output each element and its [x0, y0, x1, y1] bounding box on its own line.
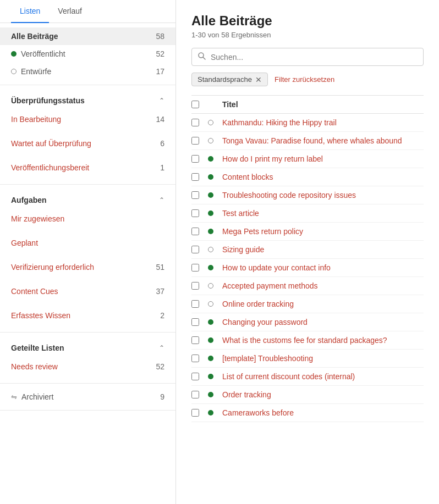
- filter-bar: Standardsprache ✕ Filter zurücksetzen: [191, 73, 424, 86]
- filter-erfasstes-wissen[interactable]: Erfasstes Wissen 2: [11, 303, 164, 328]
- verifizierung-label: Verifizierung erforderlich: [11, 259, 94, 275]
- filter-needs-review[interactable]: Needs review 52: [11, 355, 164, 379]
- filter-tag-standardsprache[interactable]: Standardsprache ✕: [191, 73, 268, 86]
- article-title-link[interactable]: Tonga Vavau: Paradise found, where whale…: [222, 136, 424, 145]
- aufgaben-heading[interactable]: Aufgaben ⌃: [11, 189, 164, 207]
- erfasstes-wissen-count: 2: [160, 311, 164, 320]
- uberpruefungsstatus-label: Überprüfungsstatus: [11, 96, 85, 105]
- status-dot-empty: [208, 301, 213, 307]
- alle-beitraege-count: 58: [156, 32, 164, 41]
- row-checkbox[interactable]: [191, 300, 199, 308]
- in-bearbeitung-count: 14: [156, 115, 164, 124]
- article-title-link[interactable]: List of current discount codes (internal…: [222, 372, 424, 381]
- entwarfe-label: Entwürfe: [11, 67, 51, 76]
- tab-listen[interactable]: Listen: [11, 0, 49, 23]
- row-status-col: [208, 247, 219, 252]
- row-checkbox[interactable]: [191, 155, 199, 163]
- article-title-link[interactable]: [template] Troubleshooting: [222, 354, 424, 363]
- status-dot-filled: [208, 356, 213, 361]
- row-check-col: [191, 409, 208, 417]
- table-row: Test article: [191, 204, 424, 223]
- article-title-link[interactable]: What is the customs fee for standard pac…: [222, 336, 424, 345]
- article-title-link[interactable]: Online order tracking: [222, 300, 424, 308]
- select-all-checkbox[interactable]: [191, 101, 199, 108]
- row-check-col: [191, 209, 208, 217]
- article-title-link[interactable]: Cameraworks before: [222, 408, 424, 417]
- row-checkbox[interactable]: [191, 336, 199, 344]
- row-check-col: [191, 155, 208, 163]
- filter-archiviert[interactable]: ⇋ Archiviert 9: [11, 388, 164, 406]
- article-title-link[interactable]: How do I print my return label: [222, 154, 424, 163]
- geteilte-listen-label: Geteilte Listen: [11, 344, 64, 352]
- article-title-link[interactable]: Content blocks: [222, 173, 424, 181]
- table-row: Sizing guide: [191, 241, 424, 259]
- row-checkbox[interactable]: [191, 137, 199, 145]
- search-bar[interactable]: [191, 48, 424, 66]
- row-checkbox[interactable]: [191, 355, 199, 362]
- status-dot-filled: [208, 174, 213, 180]
- table-row: Kathmandu: Hiking the Hippy trail: [191, 114, 424, 132]
- row-checkbox[interactable]: [191, 264, 199, 272]
- article-title-link[interactable]: Accepted payment methods: [222, 281, 424, 290]
- row-status-col: [208, 192, 219, 198]
- filter-in-bearbeitung[interactable]: In Bearbeitung 14: [11, 107, 164, 131]
- row-status-col: [208, 156, 219, 162]
- row-check-col: [191, 373, 208, 380]
- row-checkbox[interactable]: [191, 373, 199, 380]
- veroeffentlichungsbereit-count: 1: [160, 163, 164, 172]
- row-checkbox[interactable]: [191, 409, 199, 417]
- filter-content-cues[interactable]: Content Cues 37: [11, 279, 164, 303]
- needs-review-count: 52: [156, 362, 164, 371]
- filter-verifizierung[interactable]: Verifizierung erforderlich 51: [11, 255, 164, 279]
- geteilte-listen-section: Geteilte Listen ⌃ Needs review 52: [0, 333, 175, 384]
- row-checkbox[interactable]: [191, 119, 199, 126]
- row-checkbox[interactable]: [191, 318, 199, 326]
- article-title-link[interactable]: Mega Pets return policy: [222, 227, 424, 236]
- table-row: Troubleshooting code repository issues: [191, 186, 424, 204]
- filter-entwarfe[interactable]: Entwürfe 17: [11, 63, 164, 80]
- uberpruefungsstatus-heading[interactable]: Überprüfungsstatus ⌃: [11, 90, 164, 107]
- article-title-link[interactable]: Test article: [222, 209, 424, 218]
- chevron-up-icon-2: ⌃: [159, 196, 164, 204]
- filter-reset-link[interactable]: Filter zurücksetzen: [275, 75, 334, 84]
- article-rows: Kathmandu: Hiking the Hippy trail Tonga …: [191, 114, 424, 422]
- dot-empty-icon: [11, 69, 17, 74]
- filter-veroeffentlicht[interactable]: Veröffentlicht 52: [11, 45, 164, 63]
- row-checkbox[interactable]: [191, 209, 199, 217]
- status-dot-filled: [208, 156, 213, 162]
- row-check-col: [191, 282, 208, 290]
- row-checkbox[interactable]: [191, 282, 199, 290]
- row-checkbox[interactable]: [191, 228, 199, 235]
- filter-tag-close-button[interactable]: ✕: [255, 76, 262, 84]
- search-input[interactable]: [211, 53, 418, 62]
- status-dot-filled: [208, 211, 213, 216]
- row-status-col: [208, 211, 219, 216]
- filter-mir-zugewiesen[interactable]: Mir zugewiesen: [11, 207, 164, 231]
- row-check-col: [191, 391, 208, 398]
- article-title-link[interactable]: Changing your password: [222, 318, 424, 326]
- row-status-col: [208, 319, 219, 325]
- row-check-col: [191, 137, 208, 145]
- table-row: Changing your password: [191, 313, 424, 331]
- article-title-link[interactable]: Kathmandu: Hiking the Hippy trail: [222, 118, 424, 127]
- filter-geplant[interactable]: Geplant: [11, 231, 164, 255]
- filter-veroeffentlichungsbereit[interactable]: Veröffentlichungsbereit 1: [11, 156, 164, 180]
- row-checkbox[interactable]: [191, 246, 199, 253]
- table-row: [template] Troubleshooting: [191, 350, 424, 368]
- row-check-col: [191, 119, 208, 126]
- row-checkbox[interactable]: [191, 191, 199, 199]
- article-title-link[interactable]: How to update your contact info: [222, 263, 424, 272]
- article-title-link[interactable]: Order tracking: [222, 390, 424, 399]
- filter-wartet-auf-uberpruefung[interactable]: Wartet auf Überprüfung 6: [11, 131, 164, 156]
- content-cues-count: 37: [156, 287, 164, 296]
- article-title-link[interactable]: Sizing guide: [222, 245, 424, 254]
- row-checkbox[interactable]: [191, 391, 199, 398]
- status-dot-filled: [208, 374, 213, 379]
- row-checkbox[interactable]: [191, 173, 199, 181]
- status-dot-empty: [208, 283, 213, 289]
- article-title-link[interactable]: Troubleshooting code repository issues: [222, 191, 424, 200]
- row-status-col: [208, 410, 219, 416]
- filter-alle-beitraege[interactable]: Alle Beiträge 58: [0, 27, 175, 45]
- tab-verlauf[interactable]: Verlauf: [49, 0, 91, 23]
- geteilte-listen-heading[interactable]: Geteilte Listen ⌃: [11, 337, 164, 355]
